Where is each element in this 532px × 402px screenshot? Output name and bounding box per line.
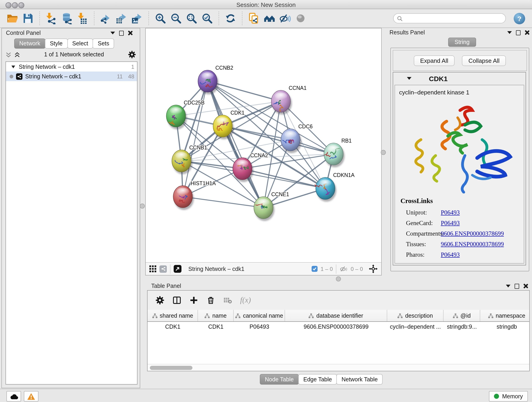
tab-edge-table[interactable]: Edge Table (298, 374, 337, 385)
expand-all-networks-icon[interactable] (14, 51, 20, 57)
apply-layout-button[interactable] (224, 11, 237, 26)
network-node-CCNB2[interactable] (198, 70, 219, 95)
memory-button[interactable]: Memory (489, 391, 528, 402)
collapse-section-icon[interactable] (407, 77, 412, 80)
network-node-CDC6[interactable] (281, 129, 302, 153)
hide-panels-button[interactable] (278, 11, 292, 26)
network-node-CDKN1A[interactable] (315, 177, 336, 202)
bottom-splitter-handle[interactable] (336, 276, 341, 281)
scrollbar-thumb[interactable] (150, 366, 192, 370)
cloud-button[interactable] (6, 391, 21, 402)
gear-icon[interactable] (155, 296, 165, 305)
tab-select[interactable]: Select (67, 38, 93, 49)
collapse-all-button[interactable]: Collapse All (462, 55, 506, 66)
import-table-button[interactable] (76, 11, 89, 26)
column-header-name[interactable]: name (198, 310, 234, 321)
cdk1-section-header[interactable]: CDK1 (393, 72, 526, 84)
column-header-database-identifier[interactable]: database identifier (285, 310, 387, 321)
panel-menu-icon[interactable] (507, 31, 512, 34)
gear-icon[interactable] (128, 51, 136, 59)
tab-network-table[interactable]: Network Table (336, 374, 383, 385)
network-node-CCNA1[interactable] (271, 90, 292, 115)
delete-column-icon[interactable] (206, 296, 215, 305)
network-node-CCNE1[interactable] (254, 197, 274, 221)
export-table-icon (115, 12, 127, 24)
expand-all-button[interactable]: Expand All (414, 55, 455, 66)
zoom-out-button[interactable] (169, 11, 183, 26)
column-header-namespace[interactable]: namespace (480, 310, 529, 321)
save-session-button[interactable] (21, 11, 35, 26)
table-cell[interactable]: P06493 (234, 322, 285, 332)
export-image-button[interactable] (130, 11, 144, 26)
crosslink-value-link[interactable]: P06493 (441, 209, 460, 216)
column-header-description[interactable]: description (387, 310, 443, 321)
network-node-CDK1[interactable] (213, 115, 234, 139)
crosslink-value-link[interactable]: 9606.ENSP00000378699 (441, 230, 504, 237)
table-cell[interactable]: 9606.ENSP00000378699 (285, 322, 387, 332)
zoom-in-button[interactable] (153, 11, 167, 26)
tab-sets[interactable]: Sets (93, 38, 114, 49)
birds-eye-navigator-icon[interactable] (369, 264, 378, 273)
warnings-button[interactable] (24, 391, 38, 402)
edge-count: 48 (128, 73, 134, 80)
crosslink-value-link[interactable]: P06493 (441, 219, 460, 227)
float-panel-icon[interactable] (515, 283, 519, 288)
close-panel-icon[interactable] (128, 31, 133, 35)
grid-view-icon[interactable] (149, 265, 156, 272)
network-node-CDC25B[interactable] (166, 105, 187, 129)
panel-menu-icon[interactable] (110, 32, 115, 34)
columns-icon[interactable] (172, 296, 181, 305)
close-panel-icon[interactable] (525, 30, 529, 35)
help-button[interactable]: ? (514, 13, 525, 24)
search-input[interactable] (405, 14, 505, 22)
network-node-RB1[interactable] (324, 143, 345, 167)
import-network-database-button[interactable] (60, 11, 74, 26)
string-view-icon[interactable] (159, 265, 167, 273)
collapse-all-networks-icon[interactable] (6, 51, 12, 57)
float-panel-icon[interactable] (119, 31, 124, 36)
column-header-@id[interactable]: @id (443, 310, 480, 321)
eye-slash-icon (279, 12, 291, 24)
crosslink-value-link[interactable]: P06493 (441, 251, 460, 258)
zoom-selected-button[interactable] (200, 11, 214, 26)
horizontal-scrollbar[interactable] (147, 364, 529, 371)
open-session-button[interactable] (6, 11, 19, 26)
panel-menu-icon[interactable] (506, 285, 510, 287)
add-column-icon[interactable] (189, 296, 198, 305)
tab-style[interactable]: Style (45, 38, 68, 49)
collapse-tree-icon[interactable] (12, 65, 15, 68)
export-network-button[interactable] (99, 11, 113, 26)
network-edge[interactable] (183, 81, 208, 197)
float-panel-icon[interactable] (516, 30, 520, 35)
table-row[interactable]: CDK1CDK1P064939606.ENSP00000378699cyclin… (147, 322, 529, 332)
close-panel-icon[interactable] (523, 284, 528, 288)
network-edge[interactable] (208, 81, 264, 208)
home-button[interactable] (263, 11, 276, 26)
tab-string[interactable]: String (448, 38, 476, 47)
import-network-file-button[interactable] (44, 11, 58, 26)
export-table-button[interactable] (114, 11, 128, 26)
left-splitter-handle[interactable] (140, 204, 145, 209)
right-splitter-handle[interactable] (381, 150, 386, 155)
table-cell[interactable]: CDK1 (198, 322, 234, 332)
column-header-canonical-name[interactable]: canonical name (234, 310, 285, 321)
crosslink-label: Tissues: (406, 240, 441, 248)
table-cell[interactable]: stringdb (480, 322, 529, 332)
zoom-fit-button[interactable] (185, 11, 198, 26)
crosslink-value-link[interactable]: 9606.ENSP00000378699 (441, 240, 504, 248)
column-header-shared-name[interactable]: shared name (147, 310, 198, 321)
network-canvas[interactable]: CCNB2CCNA1CDC25BCDK1CDC6RB1CCNB1CCNA2CDK… (146, 28, 381, 262)
table-cell[interactable]: stringdb:9... (443, 322, 480, 332)
tab-network[interactable]: Network (14, 38, 45, 49)
network-collection-row[interactable]: String Network – cdk1 1 (6, 62, 137, 71)
network-row-selected[interactable]: String Network – cdk1 11 48 (6, 71, 137, 81)
clone-network-button[interactable] (247, 11, 261, 26)
table-cell[interactable]: CDK1 (147, 322, 198, 332)
open-in-window-button[interactable] (174, 265, 181, 273)
selected-nodes-checkbox[interactable] (311, 266, 317, 272)
network-edge[interactable] (183, 197, 264, 208)
tab-node-table[interactable]: Node Table (260, 374, 299, 385)
inactive-eye-button[interactable] (294, 11, 307, 26)
network-node-HIST1H1A[interactable] (173, 186, 194, 210)
table-cell[interactable]: cyclin–dependent ... (387, 322, 443, 332)
